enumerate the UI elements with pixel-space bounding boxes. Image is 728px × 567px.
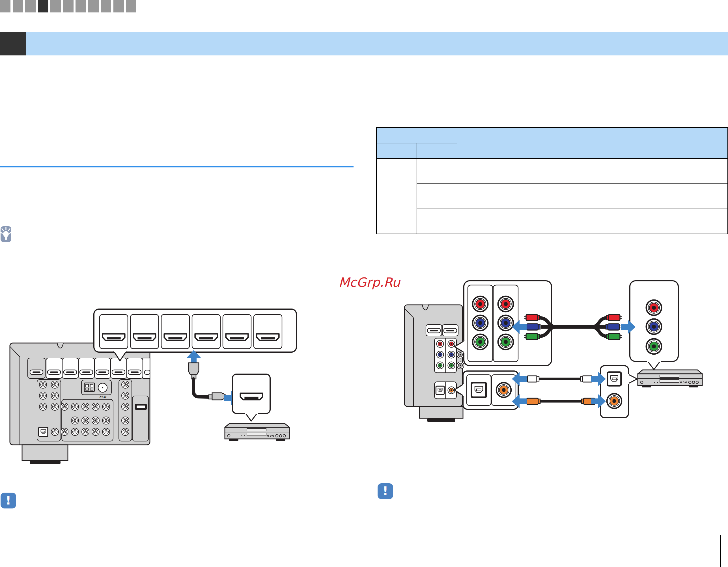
- hdmi-input-strip: [46, 358, 150, 378]
- fm-antenna-jack: 75Ω: [98, 383, 107, 399]
- rca-plug-blue: [606, 324, 621, 330]
- antenna-terminal: [84, 383, 94, 391]
- page-thumb-7[interactable]: [76, 0, 86, 12]
- manual-page: { "page": { "width": 2574, "height": 200…: [0, 0, 728, 567]
- hdmi-jack-icon: [240, 393, 263, 400]
- page-thumb-1[interactable]: [0, 0, 10, 12]
- component-pr-jack: [473, 334, 488, 350]
- hdmi-connection-diagram: 75Ω: [6, 307, 300, 467]
- receiver-rear-panel: [404, 305, 464, 422]
- receiver-foot: [419, 406, 463, 418]
- table-body-cell: [376, 159, 417, 234]
- rca-plug-orange: [525, 398, 540, 404]
- component-pr-jack: [498, 334, 513, 350]
- page-thumb-6[interactable]: [63, 0, 74, 12]
- page-edge-mark: [720, 535, 721, 567]
- section-header-bar: [26, 32, 728, 55]
- page-thumb-5[interactable]: [50, 0, 61, 12]
- table-body-cell: [457, 159, 728, 183]
- antenna-impedance-label: 75Ω: [99, 395, 107, 399]
- optical-jack: [471, 383, 486, 397]
- page-thumb-8[interactable]: [88, 0, 99, 12]
- optical-input-port: [39, 427, 48, 436]
- component-pb-jack: [473, 315, 488, 331]
- audio-zoom-callout: [454, 371, 518, 409]
- optical-jack: [608, 372, 621, 386]
- page-thumb-2[interactable]: [13, 0, 23, 12]
- component-av-connection-diagram: [397, 276, 728, 423]
- hdmi-jack-icon: [257, 334, 279, 340]
- page-thumb-3[interactable]: [25, 0, 36, 12]
- table-header-group-cell: [376, 128, 457, 143]
- rca-plug-blue: [525, 324, 540, 330]
- component-pb-jack: [498, 315, 513, 331]
- table-header-col-b: [417, 143, 457, 159]
- page-thumb-4[interactable]: [38, 0, 48, 12]
- table-body-cell: [417, 159, 457, 183]
- subsection-rule: [0, 166, 354, 167]
- optical-cable: [512, 372, 606, 386]
- rca-plug-green: [524, 333, 540, 340]
- important-note-icon: !: [1, 493, 16, 508]
- hdmi-jack-icon: [195, 334, 217, 340]
- receiver-foot: [22, 445, 68, 460]
- optical-plug: [525, 376, 539, 382]
- optical-input-port: [436, 386, 444, 394]
- component-y-jack: [646, 300, 662, 315]
- tip-lightbulb-icon: [1, 226, 11, 242]
- usb-port: [135, 404, 147, 410]
- hdmi-jack-icon: [103, 334, 125, 340]
- table-header-col-a: [376, 143, 417, 159]
- coaxial-jack: [496, 383, 511, 397]
- device-hdmi-callout: [232, 374, 270, 421]
- coaxial-jack: [607, 394, 622, 408]
- coaxial-cable: [512, 394, 606, 408]
- device-audio-callout: [600, 366, 637, 418]
- bd-dvd-player: [638, 370, 702, 387]
- component-y-jack: [498, 296, 513, 312]
- device-component-callout: [630, 281, 678, 370]
- spec-table: [376, 127, 728, 234]
- component-zoom-callout: [455, 281, 552, 366]
- important-note-icon: !: [378, 483, 393, 499]
- rca-plug-red: [606, 314, 622, 321]
- page-thumbnail-strip: [0, 0, 141, 12]
- component-y-jack: [473, 296, 488, 312]
- receiver-rear-panel: 75Ω: [10, 343, 150, 464]
- header-accent-block: [0, 32, 26, 55]
- table-body-cell: [417, 183, 457, 208]
- hdmi-jack-icon: [133, 334, 156, 340]
- table-body-cell: [417, 208, 457, 234]
- rca-plug-green: [606, 333, 622, 340]
- hdmi-jack-icon: [226, 334, 248, 340]
- bd-dvd-player: [225, 423, 289, 441]
- component-pb-jack: [646, 319, 662, 334]
- rca-plug-red: [524, 314, 540, 321]
- component-video-cable: [512, 314, 636, 340]
- site-watermark: McGrp.Ru: [339, 276, 400, 289]
- page-thumb-11[interactable]: [126, 0, 136, 12]
- table-body-cell: [457, 183, 728, 208]
- hdmi-jack-icon: [164, 334, 187, 340]
- page-thumb-9[interactable]: [101, 0, 111, 12]
- table-header-col-c: [457, 128, 728, 159]
- page-thumb-10[interactable]: [113, 0, 124, 12]
- table-body-cell: [457, 208, 728, 234]
- lightbulb-glyph: [1, 226, 11, 242]
- hdmi-cable: [187, 350, 239, 405]
- component-pr-jack: [646, 339, 662, 354]
